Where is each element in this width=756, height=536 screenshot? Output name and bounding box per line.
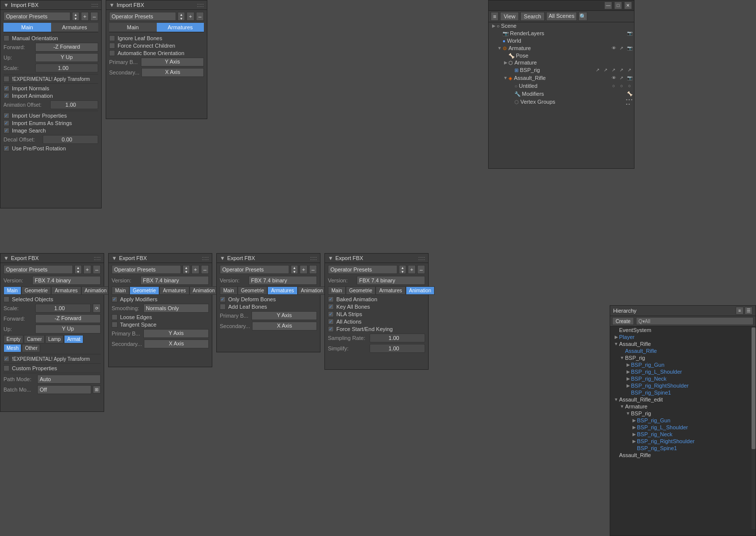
world-row[interactable]: ● World [489,37,634,44]
export3-add[interactable]: + [300,265,308,274]
add-preset-button-2[interactable]: + [187,12,194,21]
bsp-rig-row[interactable]: ⊞ BSP_rig ↗ ↗ ↗ ↗ ↗ [489,66,634,74]
export2-version-value[interactable]: FBX 7.4 binary [140,276,209,285]
up-value[interactable]: Y Up [35,53,98,62]
hierarchy-item-16[interactable]: ▶BSP_rig_RightShoulder [610,438,756,445]
create-button[interactable]: Create [612,317,634,325]
render-icon[interactable]: 📷 [626,45,633,52]
simplify-value[interactable]: 1.00 [370,344,425,353]
automatic-bone-checkbox[interactable] [109,50,115,56]
export2-tab-animation[interactable]: Animation [189,286,218,295]
export1-apply-transform-cb[interactable] [3,356,9,362]
hierarchy-item-18[interactable]: Assault_Rifle [610,452,756,459]
scene-row[interactable]: ▶ ○ Scene [489,22,634,29]
untitled-row[interactable]: ○ Untitled ○ ○ ○ [489,82,634,90]
armature2-row[interactable]: ▶ ⬡ Armature [489,59,634,66]
export3-arrows[interactable]: ▲ ▼ [291,265,298,274]
image-search-checkbox[interactable] [3,128,9,134]
outliner-view-btn[interactable]: ≡ [491,12,499,21]
export1-tab-geometrie[interactable]: Geometrie [21,286,52,295]
export3-version-value[interactable]: FBX 7.4 binary [249,276,317,285]
export1-remove[interactable]: – [93,265,101,274]
obj-type-camer[interactable]: Camer [24,335,45,343]
hierarchy-item-7[interactable]: ▶BSP_rig_Neck [610,375,756,382]
scrollbar-thumb[interactable] [752,328,756,449]
export4-add[interactable]: + [408,265,416,274]
export4-remove[interactable]: – [417,265,425,274]
import-normals-checkbox[interactable] [3,85,9,91]
export1-forward-value[interactable]: -Z Forward [35,314,101,323]
force-start-end-checkbox[interactable] [328,326,334,332]
custom-props-checkbox[interactable] [3,365,9,371]
apply-modifiers-checkbox[interactable] [112,296,118,302]
export2-add[interactable]: + [191,265,199,274]
export1-up-value[interactable]: Y Up [35,325,101,334]
export1-version-value[interactable]: FBX 7.4 binary [32,276,101,285]
bsp-action4[interactable]: ↗ [618,67,625,73]
export1-scale-extra[interactable]: ⟳ [93,304,101,313]
export4-tab-armatures[interactable]: Armatures [376,286,405,295]
import-enums-checkbox[interactable] [3,120,9,126]
hierarchy-item-5[interactable]: ▶BSP_rig_Gun [610,361,756,368]
export1-add[interactable]: + [83,265,91,274]
export2-tab-main[interactable]: Main [112,286,129,295]
export3-tab-geometrie[interactable]: Geometrie [238,286,268,295]
hierarchy-item-3[interactable]: Assault_Rifle [610,347,756,354]
remove-preset-button-2[interactable]: – [196,12,204,21]
export1-tab-main[interactable]: Main [3,286,21,295]
presets-up-arrow[interactable]: ▲ [72,12,79,16]
export1-scale-value[interactable]: 1.00 [35,304,91,313]
batch-mode-value[interactable]: Off [37,385,91,394]
hierarchy-item-0[interactable]: EventSystem [610,327,756,334]
baked-animation-checkbox[interactable] [328,296,334,302]
maximize-button[interactable]: □ [614,1,622,9]
hierarchy-item-12[interactable]: ▼BSP_rig [610,410,756,417]
hierarchy-item-8[interactable]: ▶BSP_rig_RightShoulder [610,382,756,389]
key-all-bones-checkbox[interactable] [328,304,334,310]
export2-arrows[interactable]: ▲ ▼ [183,265,190,274]
hierarchy-dock-btn[interactable]: ≡ [736,307,744,315]
manual-orientation-checkbox[interactable] [3,35,9,41]
batch-icon[interactable]: ⊞ [93,386,101,394]
obj-type-armat[interactable]: Armat [64,335,83,343]
export4-version-value[interactable]: FBX 7.4 binary [357,276,425,285]
bsp-action5[interactable]: ↗ [626,67,633,73]
export4-tab-main[interactable]: Main [328,286,346,295]
hierarchy-search[interactable]: Q▾All [636,317,754,325]
tab-armatures-2[interactable]: Armatures [157,23,204,32]
pose-row[interactable]: 🦴 Pose [489,52,634,59]
armature-row[interactable]: ▼ ⚙ Armature 👁 ↗ 📷 [489,44,634,52]
export3-primary-value[interactable]: Y Axis [252,311,317,320]
only-deform-bones-checkbox[interactable] [220,296,226,302]
untitled-a3[interactable]: ○ [626,82,633,89]
assault-rifle-row[interactable]: ▼ ◈ Assault_Rifle 👁 ↗ 📷 [489,74,634,82]
outliner-search-btn[interactable]: Search [520,12,545,21]
tangent-space-checkbox[interactable] [112,322,118,328]
primary-bone-value[interactable]: Y Axis [141,58,204,67]
loose-edges-checkbox[interactable] [112,314,118,320]
render-layers-row[interactable]: 📷 RenderLayers 📷 [489,29,634,37]
presets-arrows[interactable]: ▲ ▼ [72,12,79,21]
add-leaf-bones-checkbox[interactable] [220,304,226,310]
tab-main-2[interactable]: Main [109,23,157,32]
animation-offset-value[interactable]: 1.00 [50,100,98,109]
use-pre-post-checkbox[interactable] [3,145,9,151]
hierarchy-item-1[interactable]: ▶Player [610,334,756,340]
ar-render-icon[interactable]: 📷 [626,74,633,81]
import-user-properties-checkbox[interactable] [3,113,9,119]
export3-secondary-value[interactable]: X Axis [252,322,317,331]
hierarchy-item-10[interactable]: ▼Assault_Rifle_edit [610,396,756,403]
all-scenes-select[interactable]: All Scenes [546,12,577,21]
hierarchy-item-13[interactable]: ▶BSP_rig_Gun [610,417,756,424]
force-connect-checkbox[interactable] [109,43,115,49]
export3-remove[interactable]: – [309,265,317,274]
export2-remove[interactable]: – [201,265,209,274]
export1-tab-armatures[interactable]: Armatures [51,286,81,295]
export2-secondary-value[interactable]: X Axis [144,339,209,348]
hierarchy-item-17[interactable]: BSP_rig_Spine1 [610,445,756,452]
export3-tab-armatures[interactable]: Armatures [267,286,297,295]
presets-arrows-2[interactable]: ▲ ▼ [178,12,185,21]
obj-type-empty[interactable]: Empty [3,335,23,343]
presets-up-arrow-2[interactable]: ▲ [178,12,185,16]
secondary-bone-value[interactable]: X Axis [141,68,204,77]
